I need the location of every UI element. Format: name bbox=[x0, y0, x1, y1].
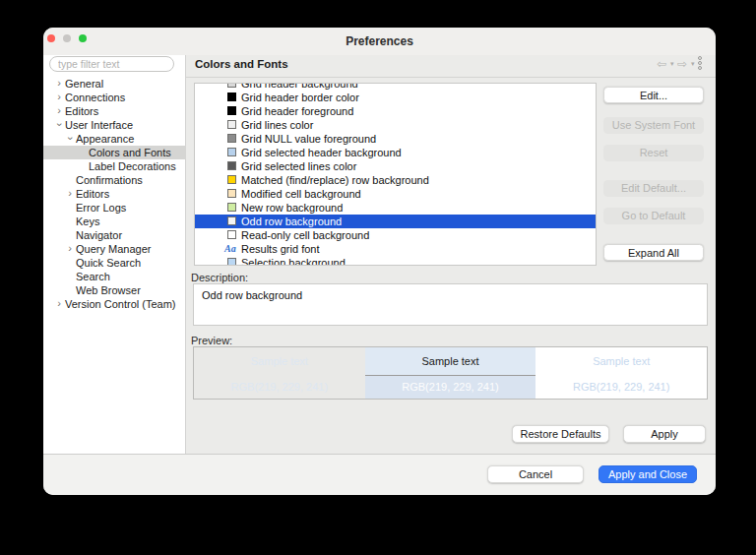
page-title: Colors and Fonts bbox=[195, 58, 288, 70]
reset-button: Reset bbox=[603, 145, 704, 161]
chevron-collapsed-icon[interactable]: › bbox=[54, 297, 64, 310]
tree-item-keys[interactable]: Keys bbox=[43, 215, 186, 228]
color-list-row[interactable]: New row background bbox=[195, 201, 596, 215]
sidebar: ›General›Connections›Editors›User Interf… bbox=[43, 55, 186, 454]
color-list-row[interactable]: Grid NULL value foreground bbox=[195, 132, 596, 146]
window-title: Preferences bbox=[43, 34, 716, 48]
color-list-row[interactable]: Matched (find/replace) row background bbox=[195, 173, 596, 187]
preview-box: Sample textRGB(219, 229, 241)Sample text… bbox=[193, 346, 708, 400]
color-list-label: Grid selected header background bbox=[241, 146, 402, 159]
tree-item-appearance[interactable]: ›Appearance bbox=[43, 132, 186, 146]
preview-rgb-text: RGB(219, 229, 241) bbox=[536, 376, 707, 399]
color-swatch-icon bbox=[227, 230, 236, 239]
tree-item-colors-and-fonts[interactable]: Colors and Fonts bbox=[43, 146, 186, 159]
color-list-label: Grid header foreground bbox=[241, 104, 353, 118]
color-list-label: New row background bbox=[241, 201, 343, 215]
color-swatch-icon bbox=[227, 134, 236, 143]
color-swatch-icon bbox=[227, 216, 236, 225]
tree-item-label: Confirmations bbox=[76, 173, 143, 187]
color-list-label: Selection background bbox=[241, 256, 346, 266]
color-list-row[interactable]: Grid selected header background bbox=[195, 146, 596, 159]
color-list-row[interactable]: Grid selected lines color bbox=[195, 159, 596, 173]
color-list-label: Odd row background bbox=[241, 215, 342, 228]
tree-item-label: Version Control (Team) bbox=[65, 297, 176, 311]
chevron-collapsed-icon[interactable]: › bbox=[65, 187, 75, 200]
color-list-row[interactable]: Read-only cell background bbox=[195, 228, 596, 242]
preview-label: Preview: bbox=[191, 335, 232, 346]
preview-sample-text: Sample text bbox=[536, 347, 707, 376]
color-list-label: Grid lines color bbox=[241, 118, 313, 132]
tree-item-label-decorations[interactable]: Label Decorations bbox=[43, 159, 186, 173]
back-icon[interactable]: ⇦ bbox=[657, 57, 666, 71]
restore-defaults-button[interactable]: Restore Defaults bbox=[512, 425, 609, 443]
expand-all-button[interactable]: Expand All bbox=[603, 244, 704, 261]
tree-item-version-control-team-[interactable]: ›Version Control (Team) bbox=[43, 297, 186, 311]
color-swatch-icon bbox=[227, 148, 236, 156]
go-to-default-button: Go to Default bbox=[603, 208, 704, 224]
color-swatch-icon bbox=[227, 161, 236, 170]
tree-item-query-manager[interactable]: ›Query Manager bbox=[43, 242, 186, 256]
tree-item-label: Editors bbox=[76, 187, 109, 201]
color-list-label: Matched (find/replace) row background bbox=[241, 173, 429, 187]
cancel-button[interactable]: Cancel bbox=[487, 465, 584, 483]
tree-item-web-browser[interactable]: Web Browser bbox=[43, 283, 186, 297]
history-nav: ⇦ ▾ ⇨ ▾ bbox=[657, 56, 708, 72]
apply-button[interactable]: Apply bbox=[623, 425, 706, 443]
use-system-font-button: Use System Font bbox=[603, 117, 704, 134]
tree-item-label: Colors and Fonts bbox=[89, 146, 171, 159]
back-caret-icon[interactable]: ▾ bbox=[670, 60, 674, 68]
chevron-expanded-icon[interactable]: › bbox=[64, 134, 77, 144]
tree-item-user-interface[interactable]: ›User Interface bbox=[43, 118, 186, 132]
tree-item-label: Error Logs bbox=[76, 201, 126, 215]
view-menu-icon[interactable] bbox=[698, 56, 702, 70]
tree-item-editors[interactable]: ›Editors bbox=[43, 104, 186, 118]
tree-item-error-logs[interactable]: Error Logs bbox=[43, 201, 186, 215]
preview-sample-text: Sample text bbox=[365, 347, 536, 376]
tree-item-label: Search bbox=[76, 270, 110, 283]
colors-fonts-list[interactable]: Grid header backgroundGrid header border… bbox=[194, 83, 597, 266]
color-list-row[interactable]: Grid header foreground bbox=[195, 104, 596, 118]
preview-column-3: Sample textRGB(219, 229, 241) bbox=[536, 347, 707, 399]
description-label: Description: bbox=[191, 272, 248, 283]
tree-item-confirmations[interactable]: Confirmations bbox=[43, 173, 186, 187]
edit-button[interactable]: Edit... bbox=[603, 87, 704, 103]
color-swatch-icon bbox=[227, 175, 236, 184]
preview-rgb-text: RGB(219, 229, 241) bbox=[194, 376, 365, 399]
tree-item-label: Quick Search bbox=[76, 256, 141, 270]
color-swatch-icon bbox=[227, 189, 236, 198]
chevron-collapsed-icon[interactable]: › bbox=[54, 91, 64, 103]
color-list-row[interactable]: Grid header background bbox=[195, 83, 596, 91]
preview-sample-text: Sample text bbox=[194, 347, 365, 376]
color-list-label: Read-only cell background bbox=[241, 228, 369, 242]
title-bar[interactable]: Preferences bbox=[43, 28, 716, 55]
description-box[interactable]: Odd row background bbox=[193, 283, 708, 326]
color-list-row[interactable]: AaResults grid font bbox=[195, 242, 596, 256]
tree-item-navigator[interactable]: Navigator bbox=[43, 228, 186, 242]
tree-item-label: Query Manager bbox=[76, 242, 151, 256]
chevron-collapsed-icon[interactable]: › bbox=[54, 104, 64, 117]
color-list-row[interactable]: Selection background bbox=[195, 256, 596, 266]
forward-icon[interactable]: ⇨ bbox=[677, 57, 687, 71]
color-list-row[interactable]: Modified cell background bbox=[195, 187, 596, 201]
chevron-collapsed-icon[interactable]: › bbox=[65, 242, 75, 255]
tree-item-connections[interactable]: ›Connections bbox=[43, 91, 186, 104]
chevron-collapsed-icon[interactable]: › bbox=[54, 77, 64, 90]
tree-item-search[interactable]: Search bbox=[43, 270, 186, 283]
color-swatch-icon bbox=[227, 203, 236, 212]
color-list-row[interactable]: Grid lines color bbox=[195, 118, 596, 132]
color-list-row[interactable]: Odd row background bbox=[195, 215, 596, 228]
filter-input[interactable] bbox=[49, 56, 174, 72]
tree-item-editors[interactable]: ›Editors bbox=[43, 187, 186, 201]
color-list-row[interactable]: Grid header border color bbox=[195, 91, 596, 104]
tree-item-label: Navigator bbox=[76, 228, 122, 242]
tree-item-label: Editors bbox=[65, 104, 98, 118]
font-icon: Aa bbox=[224, 242, 236, 256]
apply-and-close-button[interactable]: Apply and Close bbox=[598, 465, 697, 483]
header-separator bbox=[186, 77, 716, 78]
preview-column-1: Sample textRGB(219, 229, 241) bbox=[194, 347, 365, 399]
tree-item-general[interactable]: ›General bbox=[43, 77, 186, 91]
tree-item-quick-search[interactable]: Quick Search bbox=[43, 256, 186, 270]
tree-item-label: Connections bbox=[65, 91, 125, 104]
chevron-expanded-icon[interactable]: › bbox=[53, 120, 66, 130]
forward-caret-icon[interactable]: ▾ bbox=[691, 60, 695, 68]
